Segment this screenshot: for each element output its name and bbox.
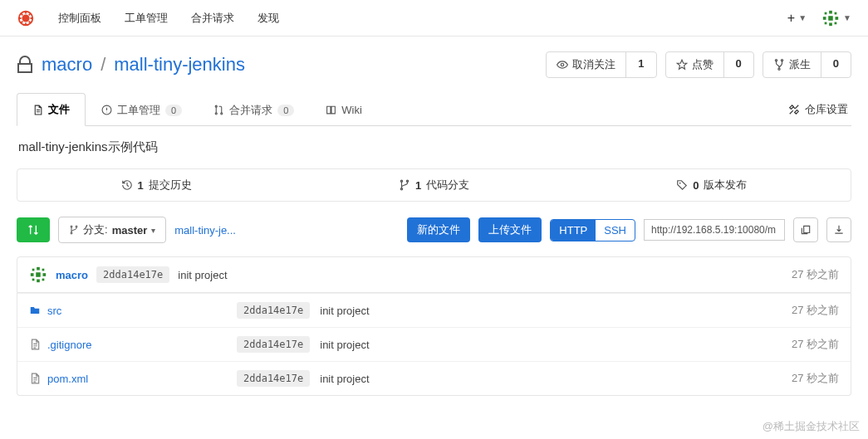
stat-commits[interactable]: 1 提交历史 xyxy=(17,169,295,201)
file-name-link[interactable]: pom.xml xyxy=(47,373,88,385)
file-toolbar: 分支: master ▾ mall-tiny-je... 新的文件 上传文件 H… xyxy=(17,217,851,243)
copy-url-button[interactable] xyxy=(793,217,818,242)
commit-time: 27 秒之前 xyxy=(792,267,839,282)
svg-rect-11 xyxy=(835,22,837,24)
file-row: .gitignore2dda14e17einit project27 秒之前 xyxy=(17,327,851,361)
clone-protocol-group: HTTP SSH xyxy=(550,219,635,241)
commit-message: init project xyxy=(178,269,227,281)
watch-count[interactable]: 1 xyxy=(625,52,655,77)
repo-name-link[interactable]: mall-tiny-jenkins xyxy=(114,54,245,76)
svg-rect-30 xyxy=(42,269,45,271)
file-commit-time: 27 秒之前 xyxy=(792,337,839,352)
repo-description: mall-tiny-jenkins示例代码 xyxy=(17,126,851,168)
file-commit-sha[interactable]: 2dda14e17e xyxy=(237,370,310,387)
user-menu[interactable]: ▼ xyxy=(821,9,851,27)
fork-count[interactable]: 0 xyxy=(821,52,851,77)
fork-button[interactable]: 派生 xyxy=(763,52,821,77)
lock-icon xyxy=(17,56,33,74)
stat-releases[interactable]: 0 版本发布 xyxy=(573,169,851,201)
caret-down-icon: ▼ xyxy=(798,13,807,22)
brand-logo-icon[interactable] xyxy=(17,9,35,27)
tab-issues-count: 0 xyxy=(165,105,182,116)
commit-sha[interactable]: 2dda14e17e xyxy=(96,266,169,283)
folder-icon xyxy=(29,305,41,316)
tab-wiki[interactable]: Wiki xyxy=(310,93,378,126)
svg-rect-31 xyxy=(31,273,34,276)
tab-files-label: 文件 xyxy=(48,102,70,117)
svg-rect-33 xyxy=(43,273,47,276)
breadcrumb-root[interactable]: mall-tiny-je... xyxy=(174,224,236,237)
compare-button[interactable] xyxy=(17,217,50,242)
branch-icon xyxy=(399,179,410,191)
tab-files[interactable]: 文件 xyxy=(17,93,86,126)
clone-url-input[interactable] xyxy=(644,219,785,241)
repo-tabs-left: 文件 工单管理 0 合并请求 0 Wiki xyxy=(17,93,378,125)
top-nav: 控制面板 工单管理 合并请求 发现 + ▼ ▼ xyxy=(0,0,868,37)
top-nav-left: 控制面板 工单管理 合并请求 发现 xyxy=(17,9,279,27)
create-dropdown[interactable]: + ▼ xyxy=(787,11,807,26)
tab-pulls[interactable]: 合并请求 0 xyxy=(198,93,310,126)
svg-rect-29 xyxy=(37,267,40,271)
stat-commits-count: 1 xyxy=(138,179,144,192)
file-icon xyxy=(29,373,41,384)
eye-icon xyxy=(557,59,568,71)
tab-issues-label: 工单管理 xyxy=(117,103,160,118)
file-name-link[interactable]: src xyxy=(47,305,61,317)
tab-settings[interactable]: 仓库设置 xyxy=(785,94,851,125)
upload-file-button[interactable]: 上传文件 xyxy=(478,217,542,242)
nav-dashboard[interactable]: 控制面板 xyxy=(58,11,101,26)
file-commit-cell: 2dda14e17einit project xyxy=(237,336,792,353)
star-count[interactable]: 0 xyxy=(723,52,753,77)
nav-pulls[interactable]: 合并请求 xyxy=(191,11,234,26)
file-commit-sha[interactable]: 2dda14e17e xyxy=(237,302,310,319)
branch-icon xyxy=(69,225,79,235)
file-name-link[interactable]: .gitignore xyxy=(47,339,91,351)
stat-branches-count: 1 xyxy=(415,179,421,192)
fork-icon xyxy=(773,59,785,71)
repo-actions: 取消关注 1 点赞 0 派生 0 xyxy=(546,51,851,78)
top-nav-right: + ▼ ▼ xyxy=(787,9,851,27)
unwatch-label: 取消关注 xyxy=(572,57,615,72)
svg-point-12 xyxy=(562,63,565,66)
repo-title: macro / mall-tiny-jenkins xyxy=(17,54,245,76)
file-commit-message: init project xyxy=(320,373,369,385)
svg-rect-36 xyxy=(42,279,45,281)
new-file-button[interactable]: 新的文件 xyxy=(407,217,470,242)
stat-branches-label: 代码分支 xyxy=(426,178,469,193)
protocol-ssh[interactable]: SSH xyxy=(596,220,635,241)
caret-down-icon: ▼ xyxy=(843,13,851,22)
unwatch-button[interactable]: 取消关注 xyxy=(547,52,625,77)
file-name-cell: pom.xml xyxy=(29,373,237,385)
repo-tabs: 文件 工单管理 0 合并请求 0 Wiki 仓库设置 xyxy=(17,93,851,126)
tab-issues[interactable]: 工单管理 0 xyxy=(86,93,198,126)
star-button[interactable]: 点赞 xyxy=(666,52,723,77)
plus-icon: + xyxy=(787,11,795,26)
file-commit-time: 27 秒之前 xyxy=(792,371,839,386)
history-icon xyxy=(121,179,133,191)
tab-pulls-label: 合并请求 xyxy=(229,103,272,118)
nav-issues[interactable]: 工单管理 xyxy=(125,11,168,26)
download-button[interactable] xyxy=(826,217,851,242)
pull-request-icon xyxy=(213,105,224,115)
branch-selector[interactable]: 分支: master ▾ xyxy=(58,217,166,243)
svg-rect-10 xyxy=(829,22,832,26)
file-icon xyxy=(32,105,43,115)
file-row: src2dda14e17einit project27 秒之前 xyxy=(17,293,851,327)
file-commit-sha[interactable]: 2dda14e17e xyxy=(237,336,310,353)
svg-rect-28 xyxy=(32,269,35,271)
file-commit-cell: 2dda14e17einit project xyxy=(237,302,792,319)
svg-rect-35 xyxy=(37,280,40,283)
file-commit-message: init project xyxy=(320,305,369,317)
repo-owner-link[interactable]: macro xyxy=(42,54,92,76)
stat-commits-label: 提交历史 xyxy=(149,178,192,193)
star-label: 点赞 xyxy=(692,57,714,72)
branch-name: master xyxy=(112,224,148,237)
protocol-http[interactable]: HTTP xyxy=(551,220,596,241)
svg-point-23 xyxy=(679,183,681,184)
stat-branches[interactable]: 1 代码分支 xyxy=(295,169,572,201)
tab-wiki-label: Wiki xyxy=(341,104,362,116)
tools-icon xyxy=(788,104,800,115)
commit-author-link[interactable]: macro xyxy=(56,269,88,281)
nav-explore[interactable]: 发现 xyxy=(257,11,279,26)
alert-icon xyxy=(101,105,112,115)
